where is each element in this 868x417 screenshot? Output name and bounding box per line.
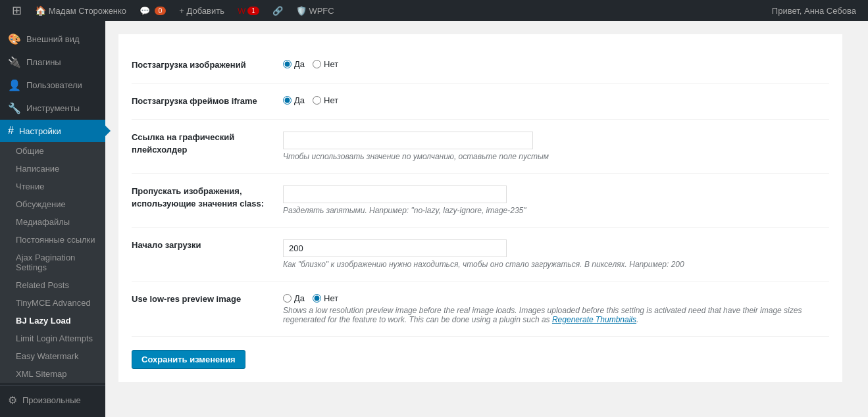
- radio-group-post-load-images: Да Нет: [283, 59, 823, 69]
- tools-icon: 🔧: [8, 102, 21, 114]
- radio-input-iframes-yes[interactable]: [283, 96, 292, 105]
- add-new[interactable]: + Добавить: [172, 0, 231, 21]
- radio-input-low-res-yes[interactable]: [283, 294, 292, 303]
- submenu-reading[interactable]: Чтение: [0, 178, 105, 195]
- submenu-related-posts[interactable]: Related Posts: [0, 276, 105, 294]
- label-post-load-images: Постзагрузка изображений: [132, 47, 276, 84]
- submenu-tinymce[interactable]: TinyMCE Advanced: [0, 294, 105, 312]
- hint-skip-classes: Разделять запятыми. Например: "no-lazy, …: [283, 206, 823, 215]
- field-low-res-preview: Да Нет Shows a low resolution preview im…: [276, 282, 829, 337]
- custom-icon: ⚙: [8, 394, 17, 406]
- submenu-media[interactable]: Медиафайлы: [0, 213, 105, 231]
- label-load-threshold: Начало загрузки: [132, 228, 276, 282]
- users-icon: 👤: [8, 79, 21, 91]
- hint-placeholder-url: Чтобы использовать значение по умолчанию…: [283, 152, 823, 161]
- submenu-bj-lazy-load[interactable]: BJ Lazy Load: [0, 312, 105, 330]
- main-content: Постзагрузка изображений Да Нет: [105, 21, 868, 417]
- label-post-load-iframes: Постзагрузка фреймов iframe: [132, 84, 276, 120]
- submenu-writing[interactable]: Написание: [0, 160, 105, 178]
- field-skip-classes: Разделять запятыми. Например: "no-lazy, …: [276, 174, 829, 228]
- radio-input-post-load-yes[interactable]: [283, 60, 292, 68]
- radio-post-load-iframes-yes[interactable]: Да: [283, 95, 305, 105]
- radio-low-res-yes[interactable]: Да: [283, 293, 305, 303]
- input-load-threshold[interactable]: [283, 239, 507, 257]
- sidebar-item-settings[interactable]: # Настройки: [0, 120, 105, 142]
- settings-icon: #: [8, 125, 14, 137]
- radio-input-iframes-no[interactable]: [313, 96, 321, 105]
- plugins-icon: 🔌: [8, 56, 21, 68]
- external-link[interactable]: 🔗: [266, 0, 290, 21]
- radio-group-low-res: Да Нет: [283, 293, 823, 303]
- row-skip-classes: Пропускать изображения, использующие зна…: [132, 174, 829, 228]
- label-placeholder-url: Ссылка на графический плейсхолдер: [132, 120, 276, 174]
- submenu-permalinks[interactable]: Постоянные ссылки: [0, 231, 105, 249]
- sidebar-item-appearance[interactable]: 🎨 Внешний вид: [0, 28, 105, 51]
- label-low-res-preview: Use low-res preview image: [132, 282, 276, 337]
- submenu-general[interactable]: Общие: [0, 142, 105, 160]
- row-low-res-preview: Use low-res preview image Да Нет: [132, 282, 829, 337]
- radio-post-load-iframes-no[interactable]: Нет: [313, 95, 338, 105]
- radio-input-low-res-no[interactable]: [313, 294, 321, 303]
- field-load-threshold: Как "близко" к изображению нужно находит…: [276, 228, 829, 282]
- row-post-load-iframes: Постзагрузка фреймов iframe Да Нет: [132, 84, 829, 120]
- admin-bar: ⊞ 🏠 Мадам Стороженко 💬 0 + Добавить W1 🔗…: [0, 0, 868, 21]
- submenu-discussion[interactable]: Обсуждение: [0, 195, 105, 213]
- hint-low-res: Shows a low resolution preview image bef…: [283, 306, 823, 324]
- hint-load-threshold: Как "близко" к изображению нужно находит…: [283, 260, 823, 269]
- sidebar-item-tools[interactable]: 🔧 Инструменты: [0, 97, 105, 120]
- radio-post-load-images-no[interactable]: Нет: [313, 59, 338, 69]
- field-post-load-images: Да Нет: [276, 47, 829, 84]
- regenerate-thumbnails-link[interactable]: Regenerate Thumbnails: [552, 315, 636, 324]
- row-load-threshold: Начало загрузки Как "близко" к изображен…: [132, 228, 829, 282]
- greeting: Привет, Анна Себова: [765, 6, 863, 16]
- wpfc-link[interactable]: 🛡️ WPFC: [290, 0, 341, 21]
- settings-submenu: Общие Написание Чтение Обсуждение Медиаф…: [0, 142, 105, 383]
- comments-link[interactable]: 💬 0: [133, 0, 172, 21]
- submenu-limit-login[interactable]: Limit Login Attempts: [0, 330, 105, 347]
- save-button[interactable]: Сохранить изменения: [132, 350, 245, 369]
- radio-input-post-load-no[interactable]: [313, 60, 321, 68]
- sidebar-item-custom[interactable]: ⚙ Произвольные: [0, 389, 105, 412]
- radio-group-post-load-iframes: Да Нет: [283, 95, 823, 105]
- wordfence-icon[interactable]: W1: [231, 0, 266, 21]
- wp-logo[interactable]: ⊞: [5, 0, 28, 21]
- label-skip-classes: Пропускать изображения, использующие зна…: [132, 174, 276, 228]
- settings-wrap: Постзагрузка изображений Да Нет: [118, 34, 842, 382]
- submenu-ajax-pagination[interactable]: Ajax Pagination Settings: [0, 249, 105, 276]
- sidebar-item-users[interactable]: 👤 Пользователи: [0, 74, 105, 97]
- input-placeholder-url[interactable]: [283, 132, 533, 149]
- row-placeholder-url: Ссылка на графический плейсхолдер Чтобы …: [132, 120, 829, 174]
- field-post-load-iframes: Да Нет: [276, 84, 829, 120]
- settings-table: Постзагрузка изображений Да Нет: [132, 47, 829, 337]
- sidebar: 🎨 Внешний вид 🔌 Плагины 👤 Пользователи 🔧…: [0, 21, 105, 417]
- sidebar-item-plugins[interactable]: 🔌 Плагины: [0, 51, 105, 74]
- radio-post-load-images-yes[interactable]: Да: [283, 59, 305, 69]
- field-placeholder-url: Чтобы использовать значение по умолчанию…: [276, 120, 829, 174]
- submenu-xml-sitemap[interactable]: XML Sitemap: [0, 365, 105, 383]
- radio-low-res-no[interactable]: Нет: [313, 293, 338, 303]
- submenu-easy-watermark[interactable]: Easy Watermark: [0, 347, 105, 365]
- row-post-load-images: Постзагрузка изображений Да Нет: [132, 47, 829, 84]
- appearance-icon: 🎨: [8, 33, 21, 45]
- input-skip-classes[interactable]: [283, 185, 507, 203]
- save-section: Сохранить изменения: [132, 350, 829, 369]
- site-name[interactable]: 🏠 Мадам Стороженко: [28, 0, 133, 21]
